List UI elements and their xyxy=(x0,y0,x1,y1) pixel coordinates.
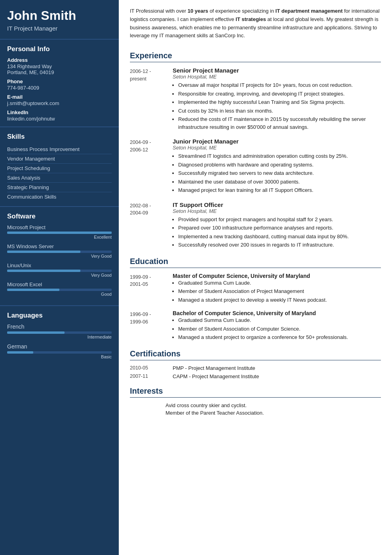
edu-entry-0: 1999-09 -2001-05 Master of Computer Scie… xyxy=(130,273,381,305)
bullet: Provided support for project managers an… xyxy=(178,216,381,224)
main-content: IT Professional with over 10 years of ex… xyxy=(119,0,392,555)
bullet: Oversaw all major hospital IT projects f… xyxy=(178,81,381,89)
bar-fill xyxy=(7,331,65,334)
experience-title: Experience xyxy=(130,51,381,62)
cert-entry-1: 2007-11 CAPM - Project Management Instit… xyxy=(130,373,381,379)
bullet: Successfully migrated two servers to new… xyxy=(178,169,381,177)
edu-entry-1: 1996-09 -1999-06 Bachelor of Computer Sc… xyxy=(130,310,381,342)
interest-item-0: Avid cross country skier and cyclist. xyxy=(130,402,381,408)
address-label: Address xyxy=(7,57,112,63)
bar-container xyxy=(7,232,112,234)
education-title: Education xyxy=(130,257,381,268)
interests-section: Interests Avid cross country skier and c… xyxy=(130,387,381,416)
interests-title: Interests xyxy=(130,387,381,398)
sidebar: John Smith IT Project Manager Personal I… xyxy=(0,0,119,555)
bar-container xyxy=(7,331,112,334)
skill-item: Sales Analysis xyxy=(7,173,112,183)
candidate-title: IT Project Manager xyxy=(7,25,112,32)
bar-container xyxy=(7,351,112,354)
languages-title: Languages xyxy=(7,312,112,320)
linkedin-label: LinkedIn xyxy=(7,109,112,115)
exp-entry-2: 2002-08 -2004-09 IT Support Officer Seto… xyxy=(130,201,381,250)
bar-fill xyxy=(7,232,112,234)
bar-fill xyxy=(7,270,80,272)
exp-entry-1: 2004-09 -2006-12 Junior Project Manager … xyxy=(130,138,381,195)
personal-info-title: Personal Info xyxy=(7,45,112,53)
certifications-title: Certifications xyxy=(130,349,381,360)
software-item-2: Linux/Unix Very Good xyxy=(7,262,112,278)
languages-section: Languages French Intermediate German Bas… xyxy=(0,305,119,368)
bar-container xyxy=(7,270,112,272)
bullet: Graduated Summa Cum Laude. xyxy=(178,279,381,287)
skill-item: Vendor Management xyxy=(7,154,112,164)
language-item-0: French Intermediate xyxy=(7,323,112,339)
bullet: Cut costs by 32% in less than six months… xyxy=(178,107,381,115)
email-label: E-mail xyxy=(7,94,112,100)
software-item-3: Microsoft Excel Good xyxy=(7,281,112,297)
skill-item: Strategic Planning xyxy=(7,183,112,192)
email-value: j.smith@uptowork.com xyxy=(7,100,112,106)
candidate-name: John Smith xyxy=(7,9,112,23)
skill-item: Business Process Improvement xyxy=(7,145,112,154)
linkedin-value: linkedin.com/johnutw xyxy=(7,116,112,122)
bullet: Managed a student project to organize a … xyxy=(178,333,381,341)
bullet: Reduced the costs of IT maintenance in 2… xyxy=(178,115,381,131)
software-section: Software Microsoft Project Excellent MS … xyxy=(0,206,119,305)
cert-entry-0: 2010-05 PMP - Project Management Institu… xyxy=(130,365,381,371)
bar-container xyxy=(7,289,112,291)
bullet: Diagnosed problems with hardware and ope… xyxy=(178,161,381,169)
personal-info-section: Personal Info Address 134 Rightward WayP… xyxy=(0,39,119,126)
bullet: Responsible for creating, improving, and… xyxy=(178,90,381,98)
sidebar-header: John Smith IT Project Manager xyxy=(0,0,119,39)
bullet: Implemented a new tracking dashboard, cu… xyxy=(178,233,381,241)
software-item-0: Microsoft Project Excellent xyxy=(7,224,112,239)
bar-container xyxy=(7,251,112,253)
phone-label: Phone xyxy=(7,78,112,84)
skills-section: Skills Business Process Improvement Vend… xyxy=(0,126,119,206)
bullet: Graduated Summa Cum Laude. xyxy=(178,316,381,324)
address-value: 134 Rightward WayPortland, ME, 04019 xyxy=(7,63,112,75)
bullet: Prepared over 100 infrastructure perform… xyxy=(178,224,381,232)
bullet: Maintained the user database of over 300… xyxy=(178,178,381,186)
bar-fill xyxy=(7,289,59,291)
skill-item: Project Scheduling xyxy=(7,164,112,173)
phone-value: 774-987-4009 xyxy=(7,85,112,91)
experience-section: Experience 2006-12 -present Senior Proje… xyxy=(130,51,381,250)
bar-fill xyxy=(7,251,80,253)
language-item-1: German Basic xyxy=(7,343,112,359)
certifications-section: Certifications 2010-05 PMP - Project Man… xyxy=(130,349,381,379)
bullet: Managed project for lean training for al… xyxy=(178,186,381,194)
education-section: Education 1999-09 -2001-05 Master of Com… xyxy=(130,257,381,342)
skills-title: Skills xyxy=(7,133,112,141)
software-item-1: MS Windows Server Very Good xyxy=(7,243,112,258)
interest-item-1: Member of the Parent Teacher Association… xyxy=(130,410,381,416)
bullet: Managed a student project to develop a w… xyxy=(178,296,381,304)
bullet: Member of Student Association of Project… xyxy=(178,287,381,295)
bullet: Implemented the highly successful Lean T… xyxy=(178,98,381,106)
exp-entry-0: 2006-12 -present Senior Project Manager … xyxy=(130,67,381,132)
software-title: Software xyxy=(7,212,112,220)
skill-item: Communication Skills xyxy=(7,192,112,201)
bullet: Streamlined IT logistics and administrat… xyxy=(178,152,381,160)
bullet: Member of Student Association of Compute… xyxy=(178,325,381,333)
summary: IT Professional with over 10 years of ex… xyxy=(130,7,381,44)
bar-fill xyxy=(7,351,33,354)
bullet: Successfully resolved over 200 issues in… xyxy=(178,241,381,249)
